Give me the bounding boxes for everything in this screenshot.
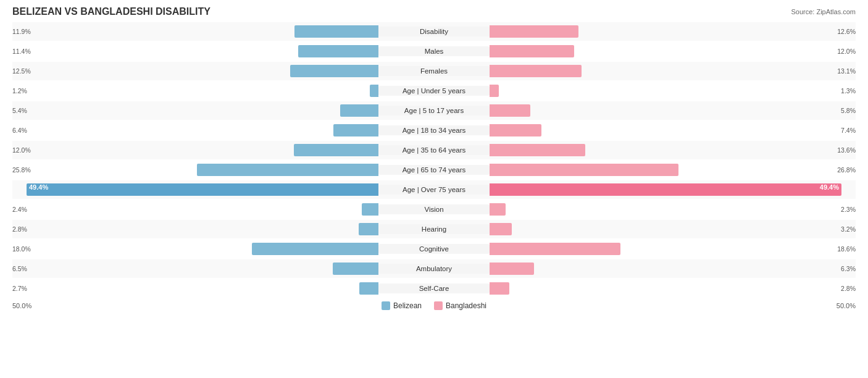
blue-bar [298,45,378,57]
left-section: 2.7% [12,280,378,297]
right-section: 13.6% [490,141,856,159]
left-section: 49.4% [12,181,378,198]
left-section: 5.4% [12,102,378,119]
right-bar-value: 13.1% [837,67,856,75]
left-bar-value: 18.0% [12,245,31,253]
blue-bar [333,262,378,275]
bar-row: 2.8%Hearing3.2% [12,220,856,238]
bar-row: 49.4%Age | Over 75 years49.4% [12,180,856,199]
chart-footer: 50.0% Belizean Bangladeshi 50.0% [12,301,856,310]
left-section: 2.8% [12,220,378,238]
left-bar-value: 11.4% [12,48,31,55]
right-bar-value: 12.0% [837,48,856,55]
pink-bar [490,124,541,136]
left-section: 6.5% [12,260,378,277]
right-section: 1.3% [490,82,856,99]
left-bar-value: 11.9% [12,28,31,35]
left-bar-value-inside: 49.4% [29,183,48,191]
bar-row: 6.4%Age | 18 to 34 years7.4% [12,121,856,140]
bar-row: 25.8%Age | 65 to 74 years26.8% [12,161,856,179]
left-bar-value: 2.4% [12,206,27,213]
pink-bar [490,45,574,57]
right-bar-value: 18.6% [837,245,856,253]
left-bar-value: 12.0% [12,146,31,154]
left-section: 1.2% [12,82,378,99]
pink-bar: 49.4% [490,183,841,196]
right-section: 5.8% [490,102,856,119]
left-section: 11.9% [12,23,378,40]
bar-row: 11.9%Disability12.6% [12,22,856,41]
right-bar-value: 5.8% [841,107,856,114]
right-section: 12.0% [490,43,856,60]
left-bar-value: 2.8% [12,225,27,233]
row-label: Disability [378,27,490,36]
legend-belizean: Belizean [382,301,422,310]
pink-bar [490,25,578,38]
row-label: Females [378,66,490,76]
bangladeshi-swatch [434,301,443,310]
bangladeshi-legend-label: Bangladeshi [446,301,486,310]
pink-bar [490,104,530,117]
left-section: 25.8% [12,161,378,178]
right-bar-value: 2.8% [841,285,856,292]
row-label: Age | Under 5 years [378,86,490,96]
left-section: 12.5% [12,62,378,80]
row-label: Vision [378,204,490,214]
legend: Belizean Bangladeshi [382,301,486,310]
right-bar-value: 12.6% [837,28,856,35]
blue-bar [294,144,378,156]
blue-bar [197,164,378,176]
chart-header: BELIZEAN VS BANGLADESHI DISABILITY Sourc… [12,6,856,17]
chart-area: 11.9%Disability12.6%11.4%Males12.0%12.5%… [12,22,856,298]
left-bar-value: 25.8% [12,166,31,174]
row-label: Hearing [378,224,490,234]
bar-row: 11.4%Males12.0% [12,42,856,61]
right-bar-value: 2.3% [841,206,856,213]
row-label: Cognitive [378,244,490,254]
left-bar-value: 1.2% [12,87,27,94]
right-section: 13.1% [490,62,856,80]
bar-row: 1.2%Age | Under 5 years1.3% [12,82,856,100]
pink-bar [490,282,509,295]
row-label: Age | 35 to 64 years [378,145,490,155]
left-section: 18.0% [12,240,378,258]
left-bar-value: 2.7% [12,285,27,292]
blue-bar [333,124,378,136]
row-label: Age | Over 75 years [378,185,490,195]
pink-bar [490,223,512,235]
bar-row: 12.5%Females13.1% [12,62,856,80]
left-bar-value: 6.5% [12,265,27,272]
left-section: 12.0% [12,141,378,159]
pink-bar [490,262,534,275]
right-bar-value: 1.3% [841,87,856,94]
blue-bar [340,104,378,117]
source-label: Source: ZipAtlas.com [791,8,856,15]
left-axis-label: 50.0% [12,302,31,309]
bar-row: 12.0%Age | 35 to 64 years13.6% [12,141,856,159]
belizean-legend-label: Belizean [393,301,422,310]
right-bar-value: 7.4% [841,127,856,134]
pink-bar [490,164,678,176]
right-bar-value: 26.8% [837,166,856,174]
right-section: 12.6% [490,23,856,40]
pink-bar [490,144,585,156]
right-section: 6.3% [490,260,856,277]
row-label: Ambulatory [378,264,490,274]
blue-bar [294,25,378,38]
right-bar-value: 6.3% [841,265,856,272]
right-bar-value: 3.2% [841,225,856,233]
right-section: 49.4% [490,181,856,198]
blue-bar [290,65,378,77]
right-section: 26.8% [490,161,856,178]
pink-bar [490,203,506,216]
blue-bar [359,223,378,235]
row-label: Age | 18 to 34 years [378,125,490,135]
left-bar-value: 12.5% [12,67,31,75]
left-section: 2.4% [12,201,378,218]
right-bar-value: 13.6% [837,146,856,154]
row-label: Age | 65 to 74 years [378,165,490,175]
blue-bar: 49.4% [27,183,378,196]
pink-bar [490,243,620,255]
belizean-swatch [382,301,390,310]
left-bar-value: 6.4% [12,127,27,134]
